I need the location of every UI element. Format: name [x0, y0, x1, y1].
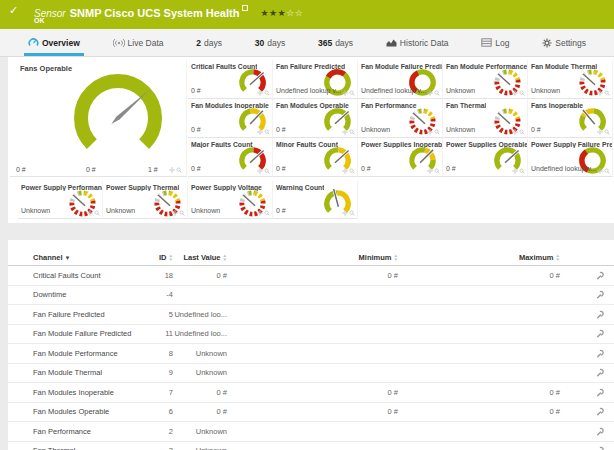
gauge-cell-fans-inoperable[interactable]: Fans Inoperable 0 # — [528, 99, 613, 138]
wrench-icon[interactable] — [596, 349, 605, 358]
gear-icon[interactable] — [342, 210, 348, 216]
tab-live-data[interactable]: Live Data — [109, 29, 168, 56]
table-row[interactable]: Critical Faults Count 18 0 # 0 # 0 # — [8, 266, 614, 286]
gauge-cell-power-supply-voltage[interactable]: Power Supply Voltage Unknown — [188, 181, 273, 219]
magnifier-icon[interactable] — [604, 129, 610, 135]
wrench-icon[interactable] — [596, 329, 605, 338]
gauge-cell-fan-modules-operable[interactable]: Fan Modules Operable 0 # — [273, 99, 358, 138]
gauge-cell-minor-faults-count[interactable]: Minor Faults Count 0 # — [273, 138, 358, 177]
gear-icon[interactable] — [257, 90, 263, 96]
tab-30-days[interactable]: 30 days — [251, 29, 289, 56]
magnifier-icon[interactable] — [519, 168, 525, 174]
wrench-icon[interactable] — [596, 446, 605, 450]
gauge-cell-fan-failure-predicted[interactable]: Fan Failure Predicted Undefined lookup v… — [273, 60, 358, 99]
magnifier-icon[interactable] — [434, 129, 440, 135]
column-header-maximum[interactable]: Maximum▲▼ — [398, 253, 560, 262]
gear-icon[interactable] — [427, 129, 433, 135]
gear-icon[interactable] — [257, 129, 263, 135]
gauge-cell-fan-modules-inoperable[interactable]: Fan Modules Inoperable 0 # — [188, 99, 273, 138]
gauge-cell-fan-performance[interactable]: Fan Performance Unknown — [358, 99, 443, 138]
channel-name[interactable]: Fan Module Performance — [33, 349, 138, 358]
wrench-icon[interactable] — [596, 290, 605, 299]
gear-icon[interactable] — [172, 210, 178, 216]
magnifier-icon[interactable] — [434, 168, 440, 174]
magnifier-icon[interactable] — [176, 167, 182, 173]
gauge-cell-critical-faults-count[interactable]: Critical Faults Count 0 # — [188, 60, 273, 99]
magnifier-icon[interactable] — [264, 168, 270, 174]
wrench-icon[interactable] — [596, 271, 605, 280]
magnifier-icon[interactable] — [604, 90, 610, 96]
magnifier-icon[interactable] — [604, 168, 610, 174]
channel-name[interactable]: Fan Module Thermal — [33, 368, 138, 377]
gear-icon[interactable] — [597, 90, 603, 96]
tab-historic-data[interactable]: Historic Data — [382, 29, 453, 56]
wrench-icon[interactable] — [596, 427, 605, 436]
gear-icon[interactable] — [427, 90, 433, 96]
channel-name[interactable]: Fan Module Failure Predicted — [33, 329, 138, 338]
channel-name[interactable]: Fan Modules Operable — [33, 407, 138, 416]
channel-name[interactable]: Fan Thermal — [33, 446, 138, 450]
column-header-channel[interactable]: Channel▼ — [33, 253, 138, 262]
magnifier-icon[interactable] — [264, 90, 270, 96]
gear-icon[interactable] — [597, 129, 603, 135]
tab-2-days[interactable]: 2 days — [192, 29, 226, 56]
channel-name[interactable]: Critical Faults Count — [33, 271, 138, 280]
magnifier-icon[interactable] — [349, 210, 355, 216]
gauge-cell-major-faults-count[interactable]: Major Faults Count 0 # — [188, 138, 273, 177]
gauge-cell-power-supplies-inoperable[interactable]: Power Supplies Inoperable 0 # — [358, 138, 443, 177]
gauge-cell-fans-operable[interactable]: Fans Operable 0 # 0 # 1 # — [10, 60, 187, 177]
table-row[interactable]: Fan Module Performance 8 Unknown — [8, 344, 614, 364]
magnifier-icon[interactable] — [179, 210, 185, 216]
channel-name[interactable]: Fan Performance — [33, 427, 138, 436]
gauge-cell-power-supply-performance[interactable]: Power Supply Performance Unknown — [18, 181, 103, 219]
gear-icon[interactable] — [87, 210, 93, 216]
column-header-id[interactable]: ID▲▼ — [138, 253, 173, 262]
gear-icon[interactable] — [257, 210, 263, 216]
table-row[interactable]: Fan Modules Inoperable 7 0 # 0 # 0 # — [8, 383, 614, 403]
magnifier-icon[interactable] — [94, 210, 100, 216]
magnifier-icon[interactable] — [519, 90, 525, 96]
gear-icon[interactable] — [512, 90, 518, 96]
channel-name[interactable]: Downtime — [33, 290, 138, 299]
gear-icon[interactable] — [342, 129, 348, 135]
wrench-icon[interactable] — [596, 310, 605, 319]
table-row[interactable]: Fan Module Failure Predicted 11 Undefine… — [8, 325, 614, 345]
gear-icon[interactable] — [427, 168, 433, 174]
gauge-cell-power-supply-thermal[interactable]: Power Supply Thermal Unknown — [103, 181, 188, 219]
wrench-icon[interactable] — [596, 407, 605, 416]
column-header-last-value[interactable]: Last Value▲▼ — [173, 253, 227, 262]
tab-overview[interactable]: Overview — [24, 29, 84, 56]
table-row[interactable]: Fan Modules Operable 6 0 # 0 # 0 # — [8, 403, 614, 423]
wrench-icon[interactable] — [596, 388, 605, 397]
gauge-cell-fan-module-thermal[interactable]: Fan Module Thermal Unknown — [528, 60, 613, 99]
magnifier-icon[interactable] — [264, 210, 270, 216]
table-row[interactable]: Fan Performance 2 Unknown — [8, 422, 614, 442]
tab-365-days[interactable]: 365 days — [314, 29, 357, 56]
wrench-icon[interactable] — [596, 368, 605, 377]
magnifier-icon[interactable] — [434, 90, 440, 96]
column-header-minimum[interactable]: Minimum▲▼ — [227, 253, 398, 262]
gauge-cell-warning-count[interactable]: Warning Count 0 # — [273, 181, 358, 219]
tab-log[interactable]: Log — [477, 29, 513, 56]
table-row[interactable]: Fan Thermal 3 Unknown — [8, 442, 614, 450]
table-row[interactable]: Fan Module Thermal 9 Unknown — [8, 364, 614, 384]
table-row[interactable]: Fan Failure Predicted 5 Undefined loo... — [8, 305, 614, 325]
gear-icon[interactable] — [512, 129, 518, 135]
table-row[interactable]: Downtime -4 — [8, 286, 614, 306]
channel-name[interactable]: Fan Modules Inoperable — [33, 388, 138, 397]
gear-icon[interactable] — [342, 90, 348, 96]
gauge-cell-fan-thermal[interactable]: Fan Thermal Unknown — [443, 99, 528, 138]
gear-icon[interactable] — [597, 168, 603, 174]
channel-name[interactable]: Fan Failure Predicted — [33, 310, 138, 319]
gear-icon[interactable] — [512, 168, 518, 174]
magnifier-icon[interactable] — [264, 129, 270, 135]
magnifier-icon[interactable] — [349, 90, 355, 96]
magnifier-icon[interactable] — [349, 129, 355, 135]
magnifier-icon[interactable] — [519, 129, 525, 135]
gauge-cell-fan-module-failure-predicted[interactable]: Fan Module Failure Predicted Undefined l… — [358, 60, 443, 99]
gear-icon[interactable] — [169, 167, 175, 173]
tab-settings[interactable]: Settings — [538, 29, 590, 56]
magnifier-icon[interactable] — [349, 168, 355, 174]
gear-icon[interactable] — [257, 168, 263, 174]
gear-icon[interactable] — [342, 168, 348, 174]
